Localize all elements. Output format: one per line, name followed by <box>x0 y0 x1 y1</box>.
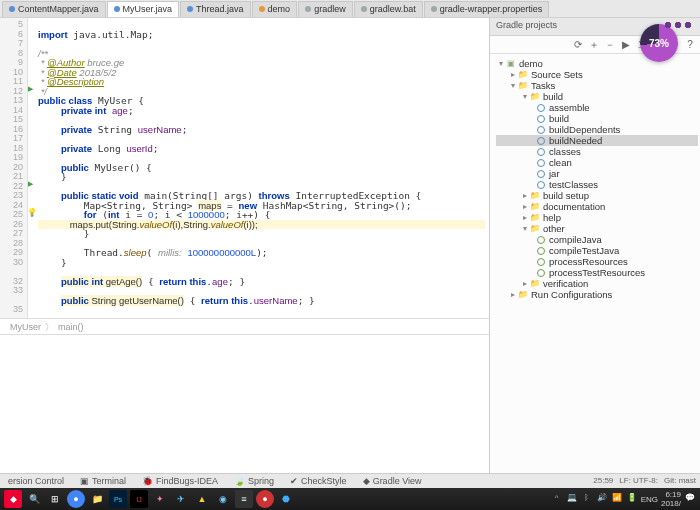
app-8-icon[interactable]: ≡ <box>235 490 253 508</box>
tab-findbugs[interactable]: 🐞 FindBugs-IDEA <box>134 476 226 486</box>
app-7-icon[interactable]: ◉ <box>214 490 232 508</box>
tab-myuser[interactable]: MyUser.java <box>107 1 180 17</box>
tab-terminal[interactable]: ▣ Terminal <box>72 476 134 486</box>
tray-wifi-icon[interactable]: 📶 <box>611 493 623 505</box>
tab-version-control[interactable]: ersion Control <box>0 476 72 486</box>
run-icon[interactable]: ▶ <box>28 85 33 93</box>
tab-gradleview[interactable]: ◆ Gradle View <box>355 476 430 486</box>
tray-vol-icon[interactable]: 🔊 <box>596 493 608 505</box>
tab-gradlewrapper[interactable]: gradle-wrapper.properties <box>424 1 550 17</box>
profiler-pie-icon[interactable]: 73% <box>640 24 678 62</box>
tray-bat-icon[interactable]: 🔋 <box>626 493 638 505</box>
task-buildneeded[interactable]: buildNeeded <box>496 135 698 146</box>
task-testclasses[interactable]: testClasses <box>496 179 698 190</box>
tray-net-icon[interactable]: 💻 <box>566 493 578 505</box>
tab-contentmapper[interactable]: ContentMapper.java <box>2 1 106 17</box>
task-classes[interactable]: classes <box>496 146 698 157</box>
app-chrome-icon[interactable]: ● <box>67 490 85 508</box>
tab-spring[interactable]: 🍃 Spring <box>226 476 282 486</box>
bulb-icon[interactable]: 💡 <box>27 208 37 217</box>
detach-icon[interactable]: － <box>604 39 616 51</box>
execute-icon[interactable]: ▶ <box>620 39 632 51</box>
app-ps-icon[interactable]: Ps <box>109 490 127 508</box>
app-5-icon[interactable]: ✈ <box>172 490 190 508</box>
app-intellij-icon[interactable]: IJ <box>130 490 148 508</box>
system-tray[interactable]: ^ 💻 ᛒ 🔊 📶 🔋 ENG 6:192018/ 💬 <box>551 490 696 508</box>
gradle-panel: Gradle projects ⟳ ＋ － ▶ ⇲ ⇱ ⚙ ? ▾▣demo ▸… <box>490 18 700 488</box>
tray-notif-icon[interactable]: 💬 <box>684 493 696 505</box>
task-jar[interactable]: jar <box>496 168 698 179</box>
tab-demo[interactable]: demo <box>252 1 298 17</box>
app-9-icon[interactable]: ● <box>256 490 274 508</box>
code-editor[interactable]: 56789 1011121314 1516171819 2021222324 2… <box>0 18 489 318</box>
code-area[interactable]: import java.util.Map; /** * @Author bruc… <box>34 18 489 318</box>
task-build[interactable]: build <box>496 113 698 124</box>
attach-icon[interactable]: ＋ <box>588 39 600 51</box>
gradle-tree[interactable]: ▾▣demo ▸📁Source Sets ▾📁Tasks ▾📁build ass… <box>490 54 700 488</box>
app-6-icon[interactable]: ▲ <box>193 490 211 508</box>
lower-panel <box>0 334 489 488</box>
task-processresources[interactable]: processResources <box>496 256 698 267</box>
line-gutter: 56789 1011121314 1516171819 2021222324 2… <box>0 18 28 318</box>
tray-bt-icon[interactable]: ᛒ <box>581 493 593 505</box>
task-compilejava[interactable]: compileJava <box>496 234 698 245</box>
status-bar: 25:59LF: UTF-8:Git: mast <box>593 473 696 488</box>
task-compiletestjava[interactable]: compileTestJava <box>496 245 698 256</box>
task-builddependents[interactable]: buildDependents <box>496 124 698 135</box>
gutter-margin: ▶ ▶ 💡 <box>28 18 34 318</box>
task-processtestresources[interactable]: processTestResources <box>496 267 698 278</box>
app-4-icon[interactable]: ✦ <box>151 490 169 508</box>
windows-taskbar: ◆ 🔍 ⊞ ● 📁 Ps IJ ✦ ✈ ▲ ◉ ≡ ● ⬣ ^ 💻 ᛒ 🔊 📶 … <box>0 488 700 510</box>
app-folder-icon[interactable]: 📁 <box>88 490 106 508</box>
breadcrumb: MyUser〉main() <box>0 318 489 334</box>
tray-up-icon[interactable]: ^ <box>551 493 563 505</box>
tray-lang[interactable]: ENG <box>641 495 658 504</box>
taskview-icon[interactable]: ⊞ <box>46 490 64 508</box>
app-10-icon[interactable]: ⬣ <box>277 490 295 508</box>
run-icon[interactable]: ▶ <box>28 180 33 188</box>
tab-checkstyle[interactable]: ✔ CheckStyle <box>282 476 355 486</box>
tab-gradlew[interactable]: gradlew <box>298 1 353 17</box>
editor-tab-row: ContentMapper.java MyUser.java Thread.ja… <box>0 0 700 18</box>
help-icon[interactable]: ? <box>684 39 696 51</box>
tab-gradlewbat[interactable]: gradlew.bat <box>354 1 423 17</box>
task-assemble[interactable]: assemble <box>496 102 698 113</box>
start-icon[interactable]: ◆ <box>4 490 22 508</box>
tab-thread[interactable]: Thread.java <box>180 1 251 17</box>
search-icon[interactable]: 🔍 <box>25 490 43 508</box>
refresh-icon[interactable]: ⟳ <box>572 39 584 51</box>
task-clean[interactable]: clean <box>496 157 698 168</box>
